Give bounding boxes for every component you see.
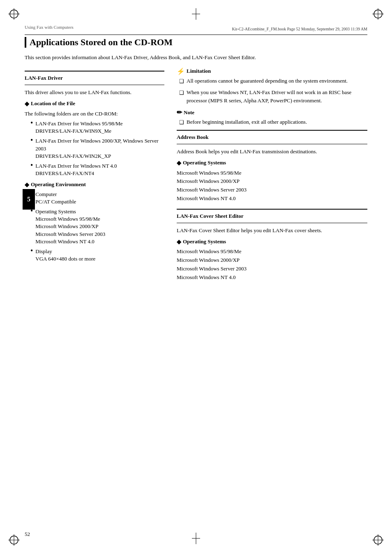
address-book-divider: [177, 144, 367, 144]
list-item: ❑ When you use Windows NT, LAN-Fax Drive…: [179, 88, 367, 104]
op-env-item-1: ComputerPC/AT Compatible: [35, 191, 76, 205]
list-item: ❑ All operations cannot be guaranteed de…: [179, 77, 367, 85]
os-item: Microsoft Windows Server 2003: [177, 186, 367, 194]
page-number: 52: [25, 531, 30, 538]
cover-sheet-description: LAN-Fax Cover Sheet Editor helps you edi…: [177, 226, 367, 235]
op-env-list: • ComputerPC/AT Compatible • Operating S…: [30, 191, 164, 263]
op-env-item-3: DisplayVGA 640×480 dots or more: [35, 248, 95, 263]
page: Using Fax with Computers Kir-C2-AEcombin…: [0, 0, 392, 554]
address-book-os-list: Microsoft Windows 95/98/Me Microsoft Win…: [177, 169, 367, 203]
bullet-icon: •: [30, 162, 33, 169]
intro-text: This section provides information about …: [25, 53, 367, 62]
op-env-heading-text: Operating Environment: [31, 181, 86, 188]
list-item: ❑ Before beginning installation, exit al…: [179, 118, 367, 127]
diamond-icon: ◆: [25, 181, 29, 189]
os-item: Microsoft Windows 95/98/Me: [177, 247, 367, 256]
bullet-icon: •: [30, 119, 33, 127]
note-item-1: Before beginning installation, exit all …: [187, 118, 307, 126]
checkbox-icon: ❑: [179, 89, 184, 97]
address-book-os-heading: ◆ Operating Systems: [177, 159, 367, 167]
limitation-item-2: When you use Windows NT, LAN-Fax Driver …: [187, 88, 367, 104]
pencil-icon: ✏: [177, 108, 182, 116]
corner-mark-tr: [372, 8, 384, 20]
limitation-section: ⚡ Limitation ❑ All operations cannot be …: [177, 67, 367, 105]
corner-mark-tl: [8, 8, 20, 20]
two-column-layout: LAN-Fax Driver This driver allows you to…: [25, 67, 367, 282]
bullet-icon: •: [30, 136, 33, 144]
address-book-top-divider: [177, 130, 367, 131]
note-section: ✏ Note ❑ Before beginning installation, …: [177, 108, 367, 127]
header-label: Using Fax with Computers: [25, 25, 74, 30]
location-heading-text: Location of the File: [31, 100, 75, 107]
note-heading: ✏ Note: [177, 108, 367, 116]
note-heading-text: Note: [184, 109, 194, 116]
header-file-info: Kir-C2-AEcombine_F_FM.book Page 52 Monda…: [232, 27, 367, 31]
list-item: • ComputerPC/AT Compatible: [30, 191, 164, 205]
location-item-1: LAN-Fax Driver for Windows 95/98/MeDRIVE…: [35, 120, 122, 135]
location-list: • LAN-Fax Driver for Windows 95/98/MeDRI…: [30, 120, 164, 177]
corner-mark-bl: [8, 534, 20, 546]
list-item: • LAN-Fax Driver for Windows 95/98/MeDRI…: [30, 120, 164, 135]
main-content: Applications Stored on the CD-ROM This s…: [25, 37, 367, 521]
os-item: Microsoft Windows 95/98/Me: [177, 169, 367, 178]
lan-fax-heading: LAN-Fax Driver: [25, 75, 164, 81]
cover-sheet-os-heading-text: Operating Systems: [183, 238, 226, 245]
list-item: • DisplayVGA 640×480 dots or more: [30, 248, 164, 263]
list-item: • LAN-Fax Driver for Windows NT 4.0DRIVE…: [30, 162, 164, 177]
bottom-center-mark: [192, 533, 200, 546]
left-column: LAN-Fax Driver This driver allows you to…: [25, 67, 164, 265]
lan-fax-divider: [25, 71, 164, 72]
limitation-heading-text: Limitation: [187, 68, 211, 74]
location-heading: ◆ Location of the File: [25, 100, 164, 108]
address-book-heading: Address Book: [177, 134, 367, 141]
diamond-icon: ◆: [25, 100, 29, 108]
address-book-os-heading-text: Operating Systems: [183, 159, 226, 166]
limitation-list: ❑ All operations cannot be guaranteed de…: [179, 77, 367, 105]
list-item: • Operating SystemsMicrosoft Windows 95/…: [30, 208, 164, 245]
limitation-item-1: All operations cannot be guaranteed depe…: [187, 77, 348, 85]
os-item: Microsoft Windows NT 4.0: [177, 273, 367, 282]
diamond-icon: ◆: [177, 238, 181, 246]
top-center-mark: [192, 8, 200, 21]
list-item: • LAN-Fax Driver for Windows 2000/XP, Wi…: [30, 137, 164, 160]
op-env-heading: ◆ Operating Environment: [25, 181, 164, 189]
lan-fax-divider-2: [25, 85, 164, 85]
os-item: Microsoft Windows NT 4.0: [177, 194, 367, 203]
op-env-item-2: Operating SystemsMicrosoft Windows 95/98…: [35, 208, 105, 245]
os-item: Microsoft Windows 2000/XP: [177, 256, 367, 265]
os-item: Microsoft Windows Server 2003: [177, 265, 367, 273]
lightning-icon: ⚡: [177, 67, 185, 75]
location-intro: The following folders are on the CD-ROM:: [25, 110, 164, 118]
cover-sheet-top-divider: [177, 209, 367, 210]
location-item-2: LAN-Fax Driver for Windows 2000/XP, Wind…: [35, 137, 164, 160]
right-column: ⚡ Limitation ❑ All operations cannot be …: [177, 67, 367, 282]
location-item-3: LAN-Fax Driver for Windows NT 4.0DRIVERS…: [35, 162, 117, 177]
bullet-icon: •: [30, 190, 33, 197]
cover-sheet-os-list: Microsoft Windows 95/98/Me Microsoft Win…: [177, 247, 367, 282]
cover-sheet-os-heading: ◆ Operating Systems: [177, 238, 367, 246]
main-title: Applications Stored on the CD-ROM: [25, 37, 367, 48]
checkbox-icon: ❑: [179, 118, 184, 127]
header-bar: Using Fax with Computers Kir-C2-AEcombin…: [25, 25, 367, 35]
bullet-icon: •: [30, 247, 33, 254]
limitation-heading: ⚡ Limitation: [177, 67, 367, 75]
cover-sheet-heading: LAN-Fax Cover Sheet Editor: [177, 213, 367, 219]
bullet-icon: •: [30, 207, 33, 215]
os-item: Microsoft Windows 2000/XP: [177, 177, 367, 186]
diamond-icon: ◆: [177, 159, 181, 167]
address-book-description: Address Book helps you edit LAN-Fax tran…: [177, 148, 367, 156]
corner-mark-br: [372, 534, 384, 546]
note-list: ❑ Before beginning installation, exit al…: [179, 118, 367, 127]
cover-sheet-divider: [177, 223, 367, 223]
checkbox-icon: ❑: [179, 77, 184, 85]
lan-fax-description: This driver allows you to use LAN-Fax fu…: [25, 88, 164, 97]
